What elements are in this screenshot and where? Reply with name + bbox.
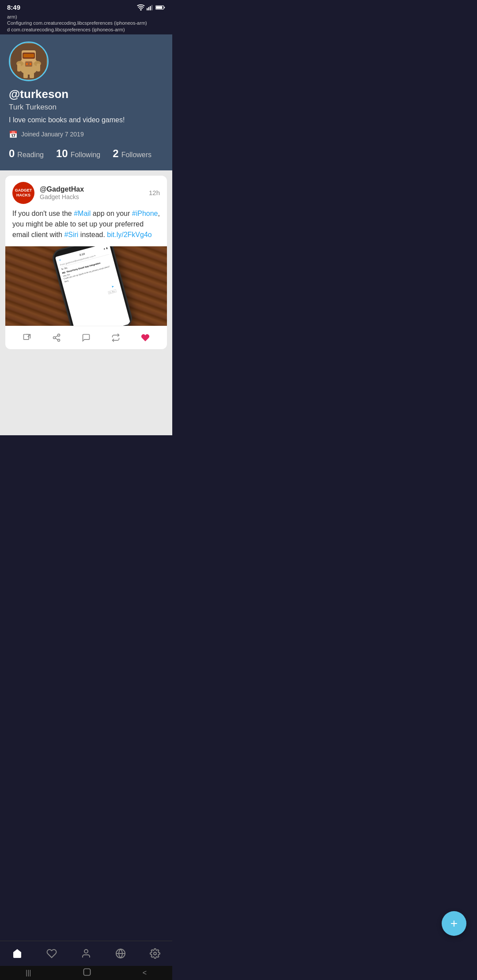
status-icons <box>137 4 165 11</box>
reading-label: Reading <box>17 151 44 159</box>
svg-point-17 <box>26 63 28 65</box>
share-button[interactable] <box>49 332 64 344</box>
notification-bar: arm) Configuring com.creaturecoding.libc… <box>0 13 172 34</box>
svg-line-26 <box>55 335 58 337</box>
svg-rect-14 <box>17 64 21 72</box>
feed: GADGETHACKS @GadgetHax Gadget Hacks 12h … <box>0 170 172 435</box>
phone-status-icons: ▲ ▮ <box>103 246 108 250</box>
following-stat[interactable]: 10 Following <box>56 147 100 160</box>
calendar-icon: 📅 <box>9 130 18 139</box>
tweet-text-1: If you don't use the <box>12 210 74 217</box>
wifi-icon <box>137 4 145 11</box>
svg-rect-2 <box>150 6 151 10</box>
signal-icon <box>147 4 154 11</box>
svg-rect-11 <box>23 54 34 57</box>
retweet-button[interactable] <box>108 332 124 344</box>
tweet-time: 12h <box>149 189 160 196</box>
profile-header: @turkeson Turk Turkeson I love comic boo… <box>0 34 172 170</box>
svg-rect-20 <box>30 73 34 78</box>
svg-rect-5 <box>164 7 165 8</box>
following-label: Following <box>71 151 101 159</box>
tweet-handle: @GadgetHax <box>40 185 84 193</box>
username: @turkeson <box>9 87 163 101</box>
tweet-actions <box>5 326 167 349</box>
battery-icon <box>155 5 165 10</box>
tweet-body: If you don't use the #Mail app on your #… <box>5 208 167 246</box>
avatar[interactable] <box>9 41 49 81</box>
svg-rect-3 <box>151 5 152 10</box>
joined-row: 📅 Joined January 7 2019 <box>9 130 163 139</box>
reading-count: 0 <box>9 147 15 160</box>
external-link-button[interactable] <box>19 332 35 344</box>
reply-button[interactable] <box>78 332 94 344</box>
svg-rect-6 <box>156 6 162 9</box>
tweet-avatar: GADGETHACKS <box>12 182 34 204</box>
followers-label: Followers <box>121 151 151 159</box>
phone-wifi-icon: ▲ <box>103 247 106 250</box>
avatar-image <box>11 44 46 79</box>
phone-send-icon: ➤ <box>111 284 115 288</box>
svg-rect-15 <box>37 64 40 72</box>
status-bar: 8:49 <box>0 0 172 13</box>
svg-rect-19 <box>23 73 28 78</box>
joined-date: Joined January 7 2019 <box>21 131 84 138</box>
phone-sign: Best, <box>64 279 69 283</box>
tweet-header: GADGETHACKS @GadgetHax Gadget Hacks 12h <box>5 176 167 208</box>
bio: I love comic books and video games! <box>9 116 163 124</box>
following-count: 10 <box>56 147 68 160</box>
tweet-display-name: Gadget Hacks <box>40 193 84 200</box>
phone-battery-icon: ▮ <box>106 246 108 249</box>
tweet-text-4: instead. <box>78 231 107 238</box>
phone-cc-button: Cc: Bcc: <box>108 289 117 294</box>
display-name: Turk Turkeson <box>9 103 163 112</box>
svg-line-25 <box>55 338 58 339</box>
notification-line2: Configuring com.creaturecoding.libcspref… <box>7 20 165 26</box>
followers-count: 2 <box>113 147 118 160</box>
time-display: 8:49 <box>7 4 20 11</box>
stats-row: 0 Reading 10 Following 2 Followers <box>9 147 163 160</box>
tweet-hashtag-mail[interactable]: #Mail <box>74 210 91 217</box>
svg-point-18 <box>30 63 31 65</box>
tweet-image: ✕ 2:14 ▲ ▮ From jpeterson@wonderhowto.co… <box>5 246 167 326</box>
notification-line1: arm) <box>7 14 165 20</box>
tweet-card: GADGETHACKS @GadgetHax Gadget Hacks 12h … <box>5 176 167 349</box>
svg-rect-1 <box>148 7 149 10</box>
tweet-user-info[interactable]: GADGETHACKS @GadgetHax Gadget Hacks <box>12 182 84 204</box>
tweet-text-2: app on your <box>91 210 132 217</box>
followers-stat[interactable]: 2 Followers <box>113 147 151 160</box>
reading-stat[interactable]: 0 Reading <box>9 147 44 160</box>
notification-line3: d com.creaturecoding.libcspreferences (i… <box>7 26 165 33</box>
tweet-hashtag-siri[interactable]: #Siri <box>64 231 78 238</box>
tweet-link[interactable]: bit.ly/2FkVg4o <box>107 231 151 238</box>
svg-point-24 <box>58 339 60 341</box>
like-button[interactable] <box>137 332 153 344</box>
tweet-hashtag-iphone[interactable]: #iPhone <box>132 210 158 217</box>
svg-point-22 <box>58 334 60 336</box>
svg-point-23 <box>53 336 56 339</box>
svg-rect-0 <box>147 8 148 10</box>
